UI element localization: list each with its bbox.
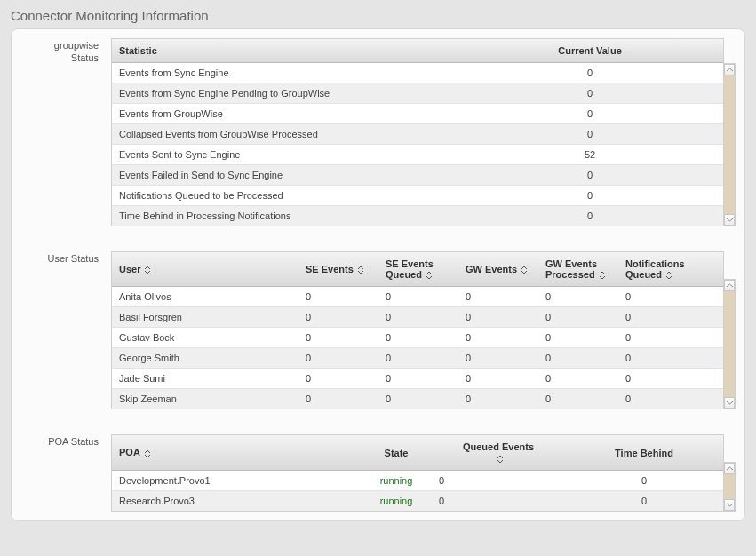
sort-icon (665, 271, 672, 281)
groupwise-scrollbar[interactable] (724, 63, 736, 226)
label-groupwise-line2: Status (71, 52, 99, 63)
cell-statistic: Time Behind in Processing Notifications (112, 206, 457, 226)
scroll-down-icon[interactable] (724, 214, 735, 226)
col-current-value[interactable]: Current Value (457, 39, 723, 63)
col-user-label: User (119, 264, 140, 274)
cell-se-events-queued: 0 (378, 369, 458, 389)
cell-gw-events: 0 (458, 369, 538, 389)
cell-gw-events-processed: 0 (538, 369, 618, 389)
cell-state: running (361, 490, 432, 511)
cell-time-behind: 0 (565, 490, 723, 511)
col-se-events-label: SE Events (306, 264, 354, 274)
cell-time-behind: 0 (565, 470, 723, 490)
cell-value: 0 (457, 83, 723, 104)
table-row: Time Behind in Processing Notifications0 (112, 206, 723, 226)
table-row: Research.Provo3running00 (112, 490, 723, 511)
cell-notifications-queued: 0 (618, 389, 723, 409)
cell-value: 0 (457, 124, 723, 145)
col-gw-events-processed[interactable]: GW Events Processed (538, 252, 618, 287)
cell-gw-events-processed: 0 (538, 348, 618, 369)
cell-user: Gustav Bock (112, 328, 298, 348)
poa-table: POA State Queued Events Time Behind Deve… (111, 434, 724, 511)
scroll-up-icon[interactable] (724, 64, 735, 75)
section-user-status: User Status User SE Events SE Events Que… (12, 251, 736, 409)
cell-se-events: 0 (298, 307, 378, 328)
col-notifications-queued[interactable]: Notifications Queued (618, 252, 723, 287)
cell-se-events-queued: 0 (378, 287, 458, 307)
col-poa[interactable]: POA (112, 435, 361, 470)
scroll-down-icon[interactable] (724, 499, 735, 511)
scroll-track[interactable] (724, 75, 735, 214)
col-time-behind[interactable]: Time Behind (565, 435, 723, 470)
cell-statistic: Events Sent to Sync Engine (112, 145, 457, 165)
col-gw-events-label: GW Events (466, 264, 517, 274)
scroll-down-icon[interactable] (724, 397, 735, 409)
cell-user: George Smith (112, 348, 298, 369)
section-label-poa: POA Status (12, 434, 111, 511)
cell-queued-events: 0 (432, 470, 565, 490)
section-groupwise-status: groupwise Status Statistic Current Value… (12, 38, 736, 226)
cell-value: 52 (457, 145, 723, 165)
sort-icon (426, 271, 433, 281)
col-queued-events[interactable]: Queued Events (432, 435, 565, 470)
cell-statistic: Events from GroupWise (112, 104, 457, 124)
sort-icon (144, 449, 151, 458)
section-poa-status: POA Status POA State Queued Events Time … (12, 434, 736, 511)
cell-se-events: 0 (298, 328, 378, 348)
cell-gw-events: 0 (458, 328, 538, 348)
cell-gw-events-processed: 0 (538, 307, 618, 328)
table-row: Events Sent to Sync Engine52 (112, 145, 723, 165)
label-groupwise-line1: groupwise (54, 40, 99, 51)
cell-gw-events: 0 (458, 348, 538, 369)
col-state[interactable]: State (361, 435, 432, 470)
cell-se-events-queued: 0 (378, 389, 458, 409)
scroll-up-icon[interactable] (724, 280, 735, 291)
cell-se-events: 0 (298, 348, 378, 369)
cell-gw-events: 0 (458, 389, 538, 409)
sort-icon (599, 271, 606, 281)
section-label-groupwise: groupwise Status (12, 38, 111, 226)
cell-statistic: Events from Sync Engine (112, 63, 457, 83)
cell-se-events: 0 (298, 287, 378, 307)
col-se-events[interactable]: SE Events (298, 252, 378, 287)
user-scrollbar[interactable] (724, 279, 736, 409)
cell-value: 0 (457, 206, 723, 226)
cell-poa: Research.Provo3 (112, 490, 361, 511)
cell-user: Basil Forsgren (112, 307, 298, 328)
cell-value: 0 (457, 186, 723, 206)
table-row: Skip Zeeman00000 (112, 389, 723, 409)
table-row: Collapsed Events from GroupWise Processe… (112, 124, 723, 145)
table-row: Gustav Bock00000 (112, 328, 723, 348)
table-row: Anita Olivos00000 (112, 287, 723, 307)
table-row: Events from Sync Engine Pending to Group… (112, 83, 723, 104)
cell-notifications-queued: 0 (618, 369, 723, 389)
scroll-track[interactable] (724, 291, 735, 397)
col-queued-events-label: Queued Events (463, 441, 534, 452)
cell-gw-events-processed: 0 (538, 389, 618, 409)
cell-notifications-queued: 0 (618, 348, 723, 369)
cell-statistic: Notifications Queued to be Processed (112, 186, 457, 206)
cell-poa: Development.Provo1 (112, 470, 361, 490)
cell-user: Jade Sumi (112, 369, 298, 389)
scroll-track[interactable] (724, 474, 735, 498)
col-statistic[interactable]: Statistic (112, 39, 457, 63)
cell-gw-events: 0 (458, 307, 538, 328)
table-row: George Smith00000 (112, 348, 723, 369)
scroll-up-icon[interactable] (724, 463, 735, 474)
col-user[interactable]: User (112, 252, 298, 287)
col-gw-events[interactable]: GW Events (458, 252, 538, 287)
cell-statistic: Events Failed in Send to Sync Engine (112, 165, 457, 186)
col-gw-events-processed-label: GW Events Processed (545, 258, 597, 280)
col-se-events-queued[interactable]: SE Events Queued (378, 252, 458, 287)
cell-value: 0 (457, 63, 723, 83)
groupwise-table: Statistic Current Value Events from Sync… (111, 38, 724, 226)
cell-user: Anita Olivos (112, 287, 298, 307)
table-row: Events Failed in Send to Sync Engine0 (112, 165, 723, 186)
cell-se-events-queued: 0 (378, 328, 458, 348)
cell-notifications-queued: 0 (618, 328, 723, 348)
sort-icon (144, 266, 151, 275)
user-table: User SE Events SE Events Queued GW Event… (111, 251, 724, 409)
poa-scrollbar[interactable] (724, 462, 736, 511)
table-row: Basil Forsgren00000 (112, 307, 723, 328)
table-row: Development.Provo1running00 (112, 470, 723, 490)
